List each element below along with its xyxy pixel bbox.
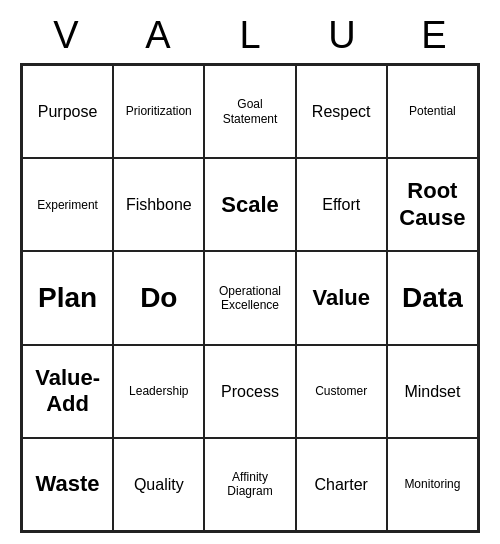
grid-cell-2-3: Value: [296, 251, 387, 344]
grid-cell-4-1: Quality: [113, 438, 204, 531]
grid-cell-4-4: Monitoring: [387, 438, 478, 531]
grid-cell-2-1: Do: [113, 251, 204, 344]
grid-cell-3-2: Process: [204, 345, 295, 438]
grid-cell-1-3: Effort: [296, 158, 387, 251]
header-letter: E: [388, 10, 480, 61]
grid-cell-3-3: Customer: [296, 345, 387, 438]
grid-cell-3-0: Value-Add: [22, 345, 113, 438]
header-letter: A: [112, 10, 204, 61]
header-letter: U: [296, 10, 388, 61]
grid-cell-1-4: Root Cause: [387, 158, 478, 251]
grid-cell-1-0: Experiment: [22, 158, 113, 251]
bingo-header: VALUE: [20, 10, 480, 61]
header-letter: V: [20, 10, 112, 61]
grid-cell-4-3: Charter: [296, 438, 387, 531]
bingo-grid: PurposePrioritizationGoal StatementRespe…: [20, 63, 480, 533]
grid-cell-0-4: Potential: [387, 65, 478, 158]
header-letter: L: [204, 10, 296, 61]
grid-cell-0-3: Respect: [296, 65, 387, 158]
grid-cell-4-0: Waste: [22, 438, 113, 531]
grid-cell-2-0: Plan: [22, 251, 113, 344]
grid-cell-0-2: Goal Statement: [204, 65, 295, 158]
grid-cell-3-1: Leadership: [113, 345, 204, 438]
grid-cell-2-4: Data: [387, 251, 478, 344]
grid-cell-4-2: Affinity Diagram: [204, 438, 295, 531]
grid-cell-2-2: Operational Excellence: [204, 251, 295, 344]
grid-cell-1-2: Scale: [204, 158, 295, 251]
grid-cell-3-4: Mindset: [387, 345, 478, 438]
grid-cell-0-0: Purpose: [22, 65, 113, 158]
grid-cell-1-1: Fishbone: [113, 158, 204, 251]
grid-cell-0-1: Prioritization: [113, 65, 204, 158]
